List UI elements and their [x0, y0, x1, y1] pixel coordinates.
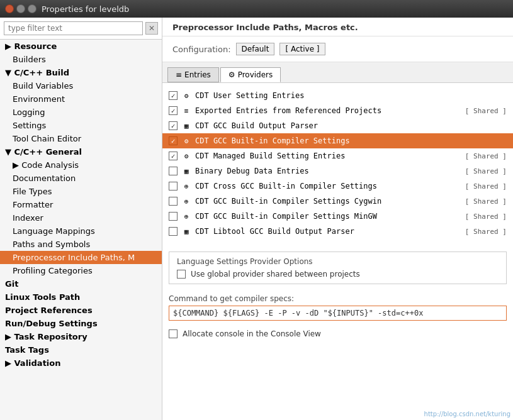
provider-cb-p6[interactable]: [169, 167, 178, 175]
provider-icon-p10: ▦: [181, 226, 191, 236]
filter-input[interactable]: [4, 21, 143, 35]
sidebar-item-task-tags[interactable]: Task Tags: [0, 343, 162, 356]
window-title: Properties for leveldb: [42, 4, 129, 14]
tabs-row: ≡ Entries ⚙ Providers: [162, 62, 513, 83]
provider-item-p7[interactable]: ⊕CDT Cross GCC Built-in Compiler Setting…: [162, 179, 513, 194]
provider-item-p9[interactable]: ⊕CDT GCC Built-in Compiler Settings MinG…: [162, 209, 513, 224]
provider-cb-p8[interactable]: [169, 197, 178, 206]
provider-text-p5: CDT Managed Build Setting Entries: [195, 152, 461, 160]
sidebar-item-profiling[interactable]: Profiling Categories: [0, 264, 162, 277]
sidebar-item-cpp-build[interactable]: ▼ C/C++ Build: [0, 66, 162, 79]
provider-cb-p4[interactable]: ✓: [169, 136, 178, 145]
panel-header: Preprocessor Include Paths, Macros etc.: [162, 18, 513, 36]
provider-cb-p9[interactable]: [169, 212, 178, 221]
provider-text-p6: Binary Debug Data Entries: [195, 167, 461, 175]
config-default-badge[interactable]: Default: [236, 43, 275, 55]
provider-item-p5[interactable]: ✓⚙CDT Managed Build Setting Entries[ Sha…: [162, 148, 513, 163]
console-checkbox[interactable]: [169, 329, 178, 338]
sidebar-item-indexer[interactable]: Indexer: [0, 211, 162, 224]
provider-item-p10[interactable]: ▦CDT Libtool GCC Build Output Parser[ Sh…: [162, 224, 513, 239]
sidebar-item-project-ref[interactable]: Project References: [0, 304, 162, 317]
cmd-label: Command to get compiler specs:: [169, 294, 507, 303]
sidebar-item-settings[interactable]: Settings: [0, 119, 162, 132]
sidebar-item-code-analysis[interactable]: ▶ Code Analysis: [0, 158, 162, 172]
provider-item-p4[interactable]: ✓⚙CDT GCC Built-in Compiler Settings: [162, 133, 513, 148]
provider-cb-p2[interactable]: ✓: [169, 106, 178, 115]
entries-tab-label: Entries: [184, 70, 211, 79]
sidebar-item-cpp-general[interactable]: ▼ C/C++ General: [0, 145, 162, 158]
provider-text-p2: Exported Entries from Referenced Project…: [195, 106, 461, 115]
sidebar: ✕ ▶ ResourceBuilders▼ C/C++ BuildBuild V…: [0, 18, 162, 420]
providers-list: ✓⚙CDT User Setting Entries✓≡Exported Ent…: [162, 83, 513, 244]
sidebar-item-language-mappings[interactable]: Language Mappings: [0, 224, 162, 238]
provider-icon-p3: ▦: [181, 121, 191, 131]
entries-icon: ≡: [176, 70, 182, 79]
provider-cb-p7[interactable]: [169, 182, 178, 191]
filter-clear-button[interactable]: ✕: [145, 22, 158, 35]
shared-badge-p6: [ Shared ]: [465, 167, 507, 175]
provider-icon-p4: ⚙: [181, 136, 191, 146]
sidebar-item-run-debug[interactable]: Run/Debug Settings: [0, 317, 162, 330]
provider-cb-p5[interactable]: ✓: [169, 152, 178, 160]
global-provider-label: Use global provider shared between proje…: [191, 270, 360, 279]
lang-section-row: Use global provider shared between proje…: [177, 270, 499, 279]
sidebar-item-logging[interactable]: Logging: [0, 106, 162, 119]
sidebar-item-git[interactable]: Git: [0, 277, 162, 290]
sidebar-item-formatter[interactable]: Formatter: [0, 198, 162, 211]
provider-text-p3: CDT GCC Build Output Parser: [195, 121, 507, 130]
provider-item-p6[interactable]: ▦Binary Debug Data Entries[ Shared ]: [162, 163, 513, 179]
sidebar-item-validation[interactable]: ▶ Validation: [0, 356, 162, 370]
config-label: Configuration:: [172, 45, 231, 54]
provider-icon-p8: ⊕: [181, 196, 191, 206]
provider-icon-p2: ≡: [181, 106, 191, 116]
lang-section: Language Settings Provider Options Use g…: [169, 251, 507, 284]
sidebar-item-tool-chain-editor[interactable]: Tool Chain Editor: [0, 132, 162, 145]
lang-section-title: Language Settings Provider Options: [177, 257, 499, 266]
provider-cb-p10[interactable]: [169, 227, 178, 236]
global-provider-checkbox[interactable]: [177, 270, 186, 279]
tab-entries[interactable]: ≡ Entries: [167, 67, 219, 82]
right-panel: Preprocessor Include Paths, Macros etc. …: [162, 18, 513, 420]
config-active-badge[interactable]: [ Active ]: [279, 43, 325, 55]
provider-icon-p7: ⊕: [181, 181, 191, 191]
provider-text-p4: CDT GCC Built-in Compiler Settings: [195, 136, 507, 145]
provider-text-p1: CDT User Setting Entries: [195, 91, 507, 100]
close-button[interactable]: [5, 4, 14, 13]
watermark: http://blog.csdn.net/kturing: [424, 411, 510, 417]
minimize-button[interactable]: [16, 4, 25, 13]
shared-badge-p5: [ Shared ]: [465, 152, 507, 160]
sidebar-item-build-variables[interactable]: Build Variables: [0, 79, 162, 92]
sidebar-item-preprocessor[interactable]: Preprocessor Include Paths, M: [0, 251, 162, 264]
provider-cb-p1[interactable]: ✓: [169, 91, 178, 100]
shared-badge-p10: [ Shared ]: [465, 228, 507, 236]
window-controls[interactable]: [5, 4, 37, 13]
shared-badge-p9: [ Shared ]: [465, 213, 507, 221]
sidebar-item-paths-symbols[interactable]: Paths and Symbols: [0, 238, 162, 251]
main-content: ✕ ▶ ResourceBuilders▼ C/C++ BuildBuild V…: [0, 18, 513, 420]
sidebar-item-resource[interactable]: ▶ Resource: [0, 40, 162, 53]
maximize-button[interactable]: [28, 4, 37, 13]
cmd-input[interactable]: [169, 306, 507, 321]
provider-item-p2[interactable]: ✓≡Exported Entries from Referenced Proje…: [162, 103, 513, 118]
provider-item-p1[interactable]: ✓⚙CDT User Setting Entries: [162, 88, 513, 103]
providers-icon: ⚙: [228, 70, 235, 79]
sidebar-item-task-repo[interactable]: ▶ Task Repository: [0, 330, 162, 343]
sidebar-item-documentation[interactable]: Documentation: [0, 172, 162, 185]
filter-box: ✕: [0, 18, 162, 40]
cmd-section: Command to get compiler specs:: [162, 289, 513, 326]
tab-providers[interactable]: ⚙ Providers: [220, 67, 281, 82]
provider-icon-p5: ⚙: [181, 151, 191, 161]
provider-icon-p9: ⊕: [181, 211, 191, 221]
provider-item-p3[interactable]: ✓▦CDT GCC Build Output Parser: [162, 118, 513, 133]
sidebar-item-file-types[interactable]: File Types: [0, 185, 162, 198]
sidebar-tree: ▶ ResourceBuilders▼ C/C++ BuildBuild Var…: [0, 40, 162, 370]
provider-icon-p6: ▦: [181, 166, 191, 176]
sidebar-item-builders[interactable]: Builders: [0, 53, 162, 66]
provider-cb-p3[interactable]: ✓: [169, 121, 178, 130]
provider-item-p8[interactable]: ⊕CDT GCC Built-in Compiler Settings Cygw…: [162, 194, 513, 209]
sidebar-item-linux-tools[interactable]: Linux Tools Path: [0, 290, 162, 304]
console-label: Allocate console in the Console View: [183, 329, 321, 338]
shared-badge-p7: [ Shared ]: [465, 182, 507, 191]
sidebar-item-environment[interactable]: Environment: [0, 92, 162, 106]
providers-tab-label: Providers: [238, 70, 273, 79]
